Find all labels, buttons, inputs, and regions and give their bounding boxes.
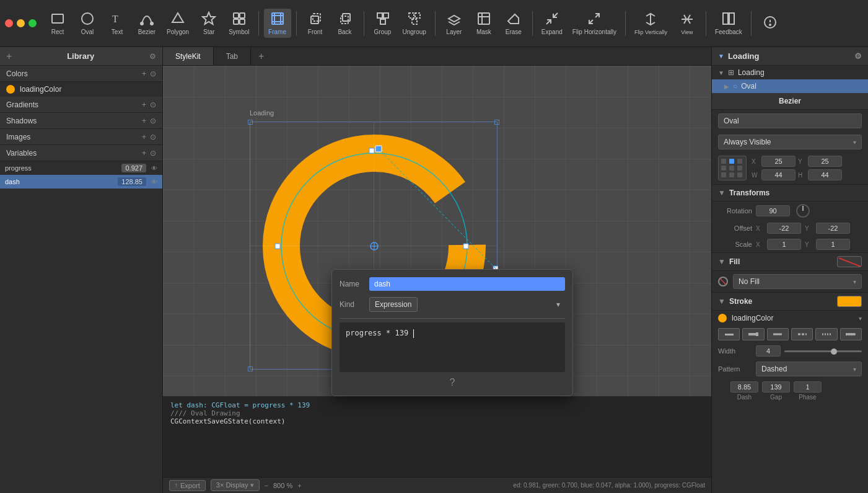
fill-type-dropdown[interactable]: No Fill ▾ [733, 274, 862, 289]
gradients-settings-icon[interactable]: ⊙ [150, 100, 156, 109]
x-input[interactable] [761, 156, 796, 167]
popup-kind-select[interactable]: Expression Constant Variable [369, 297, 418, 312]
popup-help-icon[interactable]: ? [450, 377, 455, 388]
svg-rect-8 [240, 13, 245, 18]
scale-y-input[interactable] [816, 239, 850, 250]
progress-eye-icon[interactable]: 👁 [151, 165, 157, 172]
zoom-plus[interactable]: + [297, 482, 301, 489]
gap-input[interactable] [762, 381, 790, 393]
gap-group: Gap [762, 381, 790, 401]
offset-y-input[interactable] [816, 223, 850, 234]
width-slider[interactable] [784, 350, 862, 352]
layer-oval[interactable]: ▶ ○ Oval [712, 79, 868, 93]
close-button[interactable] [5, 19, 13, 27]
fill-section-header[interactable]: ▼ Fill [712, 252, 868, 271]
w-input[interactable] [761, 169, 796, 180]
pattern-dropdown[interactable]: Dashed ▾ [756, 362, 862, 376]
layer-loading[interactable]: ▼ ⊞ Loading [712, 66, 868, 79]
export-button[interactable]: ↑ Export [169, 480, 206, 491]
toolbar-expand[interactable]: Flip Horizontally [569, 9, 620, 38]
stroke-style-btn-4[interactable] [791, 328, 813, 340]
toolbar-sep-7 [706, 11, 706, 36]
toolbar-ungroup[interactable]: Ungroup [399, 9, 430, 38]
minimize-button[interactable] [17, 19, 25, 27]
h-input[interactable] [808, 169, 842, 180]
toolbar-flip-h[interactable]: Flip Vertically [631, 9, 671, 38]
svg-point-31 [769, 24, 771, 25]
variables-add-icon[interactable]: + [142, 149, 146, 158]
stroke-style-btn-5[interactable] [815, 328, 837, 340]
toolbar-mask[interactable]: Mask [470, 9, 498, 38]
toolbar-bezier[interactable]: Bezier [133, 9, 160, 38]
bezier-section: Bezier [712, 93, 868, 110]
gradients-add-icon[interactable]: + [142, 100, 146, 109]
images-section-header[interactable]: Images + ⊙ [0, 129, 162, 145]
code-line-3: //// Oval Drawing [170, 409, 704, 417]
toolbar-erase[interactable]: Erase [500, 9, 527, 38]
toolbar-polygon[interactable]: Polygon [163, 9, 193, 38]
shadows-section-header[interactable]: Shadows + ⊙ [0, 113, 162, 129]
stroke-style-btn-6[interactable] [840, 328, 862, 340]
toolbar-frame[interactable]: Frame [264, 9, 291, 38]
colors-settings-icon[interactable]: ⊙ [150, 69, 156, 78]
canvas-area[interactable]: Loading [163, 66, 711, 477]
color-item-loading[interactable]: loadingColor [0, 82, 162, 97]
layer-name-input[interactable] [718, 113, 862, 128]
toolbar-flip-v[interactable]: View [673, 9, 701, 38]
popup-body[interactable]: progress * 139 [340, 322, 565, 372]
right-panel-gear[interactable]: ⚙ [854, 51, 862, 61]
rotation-input[interactable] [756, 205, 790, 216]
popup-divider [340, 318, 565, 319]
svg-point-1 [82, 13, 93, 24]
variables-section-header[interactable]: Variables + ⊙ [0, 145, 162, 161]
variable-dash[interactable]: dash 128.85 👁 [0, 175, 162, 189]
stroke-width-input[interactable] [756, 345, 781, 357]
toolbar-back[interactable]: Back [331, 9, 359, 38]
dash-input[interactable] [730, 381, 758, 393]
variable-progress[interactable]: progress 0.927 👁 [0, 161, 162, 175]
images-add-icon[interactable]: + [142, 133, 146, 141]
popup-name-input[interactable] [369, 277, 565, 291]
stroke-style-btn-3[interactable] [767, 328, 789, 340]
colors-add-icon[interactable]: + [142, 69, 146, 78]
toolbar-contract[interactable]: Expand [538, 9, 566, 38]
variables-settings-icon[interactable]: ⊙ [150, 149, 156, 158]
toolbar-symbol[interactable]: Symbol [225, 9, 253, 38]
zoom-minus[interactable]: − [265, 482, 268, 489]
toolbar-text[interactable]: T Text [103, 9, 131, 38]
toolbar-layer[interactable]: Layer [441, 9, 468, 38]
sidebar-settings-icon[interactable]: ⚙ [149, 52, 156, 61]
rotation-wheel[interactable] [796, 204, 810, 218]
sidebar-add-icon[interactable]: + [6, 51, 12, 62]
stroke-style-btn-1[interactable] [718, 328, 740, 340]
dash-eye-icon[interactable]: 👁 [151, 179, 157, 185]
toolbar-front[interactable]: Front [302, 9, 329, 38]
toolbar-view[interactable]: Feedback [711, 9, 746, 38]
offset-x-input[interactable] [767, 223, 801, 234]
toolbar-feedback[interactable] [756, 12, 784, 35]
svg-rect-10 [240, 19, 245, 24]
phase-input[interactable] [794, 381, 822, 393]
display-selector[interactable]: 3× Display ▾ [211, 479, 260, 491]
maximize-button[interactable] [28, 19, 37, 27]
fill-none-icon [718, 277, 728, 286]
toolbar-oval[interactable]: Oval [74, 9, 101, 38]
shadows-add-icon[interactable]: + [142, 117, 146, 125]
layer-group-icon: ⊞ [728, 68, 734, 77]
tab-add-button[interactable]: + [251, 47, 271, 65]
toolbar-star[interactable]: Star [195, 9, 222, 38]
colors-section-header[interactable]: Colors + ⊙ [0, 66, 162, 82]
y-input[interactable] [808, 156, 842, 167]
images-settings-icon[interactable]: ⊙ [150, 133, 156, 141]
tab-tab[interactable]: Tab [214, 47, 251, 65]
stroke-section-header[interactable]: ▼ Stroke [712, 292, 868, 311]
gradients-section-header[interactable]: Gradients + ⊙ [0, 97, 162, 113]
tab-stylekit[interactable]: StyleKit [163, 47, 214, 65]
visibility-dropdown[interactable]: Always Visible ▾ [718, 135, 862, 149]
toolbar-rect[interactable]: Rect [44, 9, 71, 38]
transforms-section[interactable]: ▼ Transforms [712, 184, 868, 202]
stroke-style-btn-2[interactable] [742, 328, 764, 340]
toolbar-group[interactable]: Group [369, 9, 397, 38]
shadows-settings-icon[interactable]: ⊙ [150, 117, 156, 125]
scale-x-input[interactable] [767, 239, 801, 250]
